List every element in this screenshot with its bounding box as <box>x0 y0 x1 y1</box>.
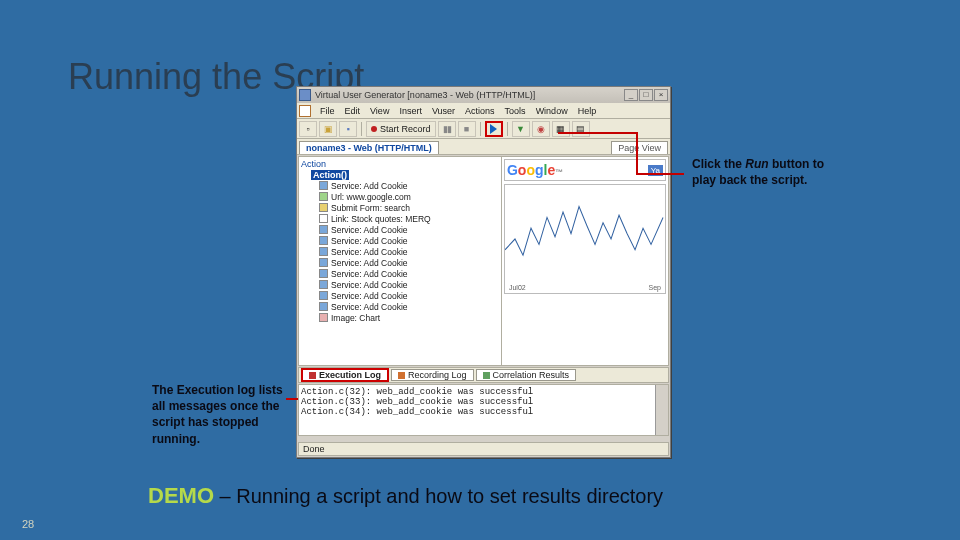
window-title: Virtual User Generator [noname3 - Web (H… <box>315 90 620 100</box>
page-icon: ▫ <box>306 124 309 134</box>
window-buttons: _ □ × <box>624 89 668 101</box>
execution-log-pane[interactable]: Action.c(32): web_add_cookie was success… <box>298 384 669 436</box>
separator <box>361 122 362 136</box>
record-icon <box>371 126 377 132</box>
step-icon <box>319 214 328 223</box>
tree-item[interactable]: Url: www.google.com <box>319 191 499 202</box>
tree-item-label: Service: Add Cookie <box>331 280 408 290</box>
callout-run-em: Run <box>745 157 768 171</box>
step-icon <box>319 192 328 201</box>
tree-item[interactable]: Service: Add Cookie <box>319 268 499 279</box>
step-icon <box>319 291 328 300</box>
tree-item-label: Submit Form: search <box>331 203 410 213</box>
tree-item[interactable]: Link: Stock quotes: MERQ <box>319 213 499 224</box>
log-line: Action.c(32): web_add_cookie was success… <box>301 387 666 397</box>
log-line: Action.c(34): web_add_cookie was success… <box>301 407 666 417</box>
step-icon <box>319 302 328 311</box>
tool-new[interactable]: ▫ <box>299 121 317 137</box>
separator <box>480 122 481 136</box>
tree-item[interactable]: Service: Add Cookie <box>319 224 499 235</box>
tab-recording-log[interactable]: Recording Log <box>391 369 474 381</box>
tool-misc-2[interactable]: ◉ <box>532 121 550 137</box>
tree-item-label: Service: Add Cookie <box>331 247 408 257</box>
step-icon <box>319 203 328 212</box>
tool-misc-4[interactable]: ▤ <box>572 121 590 137</box>
run-button[interactable] <box>485 121 503 137</box>
doc-icon <box>299 105 311 117</box>
tool-misc-3[interactable]: ▦ <box>552 121 570 137</box>
log-icon <box>483 372 490 379</box>
tab-page-view[interactable]: Page View <box>611 141 668 154</box>
step-icon <box>319 181 328 190</box>
tree-item-label: Service: Add Cookie <box>331 225 408 235</box>
google-logo: Google™ <box>507 162 563 178</box>
tool-save[interactable]: ▪ <box>339 121 357 137</box>
menu-edit[interactable]: Edit <box>340 106 366 116</box>
demo-label: DEMO <box>148 483 214 508</box>
menu-insert[interactable]: Insert <box>394 106 427 116</box>
menu-actions[interactable]: Actions <box>460 106 500 116</box>
tree-root[interactable]: Action <box>301 159 499 169</box>
tab-execution-log[interactable]: Execution Log <box>301 368 389 382</box>
tree-item-label: Service: Add Cookie <box>331 302 408 312</box>
log-icon <box>309 372 316 379</box>
start-record-label: Start Record <box>380 124 431 134</box>
tool-stop[interactable]: ■ <box>458 121 476 137</box>
step-icon <box>319 247 328 256</box>
tab-correlation-results[interactable]: Correlation Results <box>476 369 577 381</box>
tool-open[interactable]: ▣ <box>319 121 337 137</box>
start-record-button[interactable]: Start Record <box>366 121 436 137</box>
document-tabs: noname3 - Web (HTTP/HTML) Page View <box>297 139 670 155</box>
step-icon <box>319 269 328 278</box>
tree-item[interactable]: Service: Add Cookie <box>319 290 499 301</box>
action-tree[interactable]: Action Action() Service: Add Cookie Url:… <box>299 157 502 365</box>
connector <box>286 398 298 400</box>
menu-vuser[interactable]: Vuser <box>427 106 460 116</box>
axis-label-right: Sep <box>649 284 661 291</box>
step-icon <box>319 225 328 234</box>
connector <box>636 173 684 175</box>
tree-item-label: Service: Add Cookie <box>331 236 408 246</box>
tree-item[interactable]: Service: Add Cookie <box>319 235 499 246</box>
tree-item[interactable]: Service: Add Cookie <box>319 180 499 191</box>
maximize-button[interactable]: □ <box>639 89 653 101</box>
step-icon <box>319 313 328 322</box>
tree-item[interactable]: Service: Add Cookie <box>319 246 499 257</box>
page-preview: Google™ Ya Jul02 Sep <box>502 157 668 365</box>
menu-help[interactable]: Help <box>573 106 602 116</box>
tool-misc-1[interactable]: ▼ <box>512 121 530 137</box>
menu-file[interactable]: File <box>315 106 340 116</box>
close-button[interactable]: × <box>654 89 668 101</box>
menu-tools[interactable]: Tools <box>500 106 531 116</box>
demo-text: – Running a script and how to set result… <box>214 485 663 507</box>
menubar: File Edit View Insert Vuser Actions Tool… <box>297 103 670 119</box>
tab-document[interactable]: noname3 - Web (HTTP/HTML) <box>299 141 439 154</box>
log-icon <box>398 372 405 379</box>
axis-label-left: Jul02 <box>509 284 526 291</box>
tree-item-label: Link: Stock quotes: MERQ <box>331 214 431 224</box>
connector <box>636 132 638 174</box>
tree-item-label: Service: Add Cookie <box>331 258 408 268</box>
tree-item-label: Url: www.google.com <box>331 192 411 202</box>
minimize-button[interactable]: _ <box>624 89 638 101</box>
tab-label: Execution Log <box>319 370 381 380</box>
tree-item-label: Image: Chart <box>331 313 380 323</box>
tree-action-node[interactable]: Action() <box>311 170 349 180</box>
tree-item[interactable]: Service: Add Cookie <box>319 279 499 290</box>
demo-line: DEMO – Running a script and how to set r… <box>148 483 663 509</box>
tab-label: Recording Log <box>408 370 467 380</box>
tool-pause[interactable]: ▮▮ <box>438 121 456 137</box>
connector <box>558 132 638 134</box>
callout-run: Click the Run button to play back the sc… <box>692 156 832 188</box>
tree-item[interactable]: Service: Add Cookie <box>319 257 499 268</box>
tree-item[interactable]: Submit Form: search <box>319 202 499 213</box>
tree-item[interactable]: Image: Chart <box>319 312 499 323</box>
menu-window[interactable]: Window <box>531 106 573 116</box>
tree-item[interactable]: Service: Add Cookie <box>319 301 499 312</box>
tree-item-label: Service: Add Cookie <box>331 269 408 279</box>
toolbar: ▫ ▣ ▪ Start Record ▮▮ ■ ▼ ◉ ▦ ▤ <box>297 119 670 139</box>
view-tabs: Page View <box>611 141 670 154</box>
log-line: Action.c(33): web_add_cookie was success… <box>301 397 666 407</box>
tree-items: Service: Add Cookie Url: www.google.com … <box>319 180 499 323</box>
menu-view[interactable]: View <box>365 106 394 116</box>
